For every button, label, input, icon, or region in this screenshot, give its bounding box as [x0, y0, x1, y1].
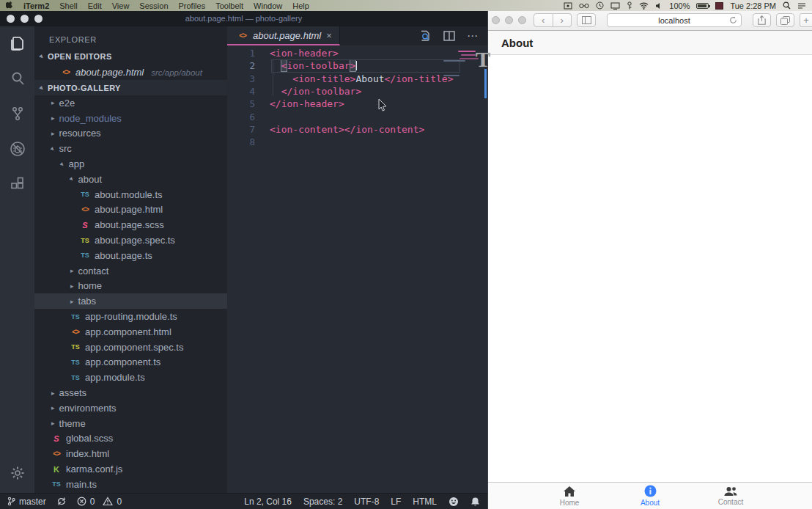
- tree-folder-theme[interactable]: ▸theme: [34, 416, 227, 431]
- tab-home[interactable]: Home: [529, 483, 610, 509]
- tree-file-app.component.html[interactable]: <>app.component.html: [34, 324, 227, 340]
- menu-item-edit[interactable]: Edit: [88, 1, 102, 10]
- tree-folder-assets[interactable]: ▸assets: [34, 385, 227, 400]
- vscode-window-title: about.page.html — photo-gallery: [0, 14, 487, 23]
- editor-tab-about-page-html[interactable]: <> about.page.html ×: [227, 26, 340, 45]
- address-bar[interactable]: localhost: [607, 13, 742, 27]
- new-tab-button[interactable]: +: [800, 13, 812, 27]
- tree-folder-node_modules[interactable]: ▸node_modules: [34, 111, 227, 126]
- tree-folder-about[interactable]: ▸about: [34, 172, 227, 187]
- tree-file-about.module.ts[interactable]: TSabout.module.ts: [34, 187, 227, 202]
- menu-item-help[interactable]: Help: [292, 1, 309, 10]
- extensions-icon[interactable]: [8, 175, 27, 194]
- tree-folder-src[interactable]: ▸src: [34, 141, 227, 156]
- vscode-title-bar[interactable]: about.page.html — photo-gallery: [0, 10, 487, 26]
- back-button[interactable]: ‹: [534, 13, 553, 27]
- tree-file-app-routing.module.ts[interactable]: TSapp-routing.module.ts: [34, 309, 227, 324]
- code-line-8[interactable]: 8: [227, 136, 487, 148]
- tree-file-app.component.ts[interactable]: TSapp.component.ts: [34, 355, 227, 370]
- tree-file-app.module.ts[interactable]: TSapp.module.ts: [34, 370, 227, 385]
- key-icon[interactable]: [627, 1, 632, 10]
- tree-file-about.page.html[interactable]: <>about.page.html: [34, 202, 227, 218]
- zoom-window-button[interactable]: [518, 16, 526, 24]
- search-icon[interactable]: [8, 69, 27, 88]
- menu-clock[interactable]: Tue 2:28 PM: [730, 1, 776, 10]
- files-icon[interactable]: [8, 34, 27, 53]
- tree-folder-home[interactable]: ▸home: [34, 279, 227, 294]
- code-line-6[interactable]: 6: [227, 111, 487, 123]
- branch-name: master: [19, 497, 46, 507]
- code-text: <ion-title>About</ion-title>: [270, 73, 453, 85]
- safari-traffic-lights[interactable]: [492, 16, 526, 24]
- menu-item-window[interactable]: Window: [254, 1, 282, 10]
- tab-about[interactable]: About: [610, 483, 690, 509]
- volume-icon[interactable]: [655, 2, 662, 10]
- wifi-icon[interactable]: [639, 2, 649, 10]
- tree-file-index.html[interactable]: <>index.html: [34, 446, 227, 461]
- tab-contact[interactable]: Contact: [690, 483, 771, 509]
- cursor-position[interactable]: Ln 2, Col 16: [244, 497, 292, 507]
- tree-folder-environments[interactable]: ▸environments: [34, 400, 227, 416]
- glasses-icon[interactable]: [579, 3, 589, 9]
- tree-folder-contact[interactable]: ▸contact: [34, 263, 227, 279]
- menu-item-toolbelt[interactable]: Toolbelt: [215, 1, 243, 10]
- tree-folder-e2e[interactable]: ▸e2e: [34, 95, 227, 111]
- close-window-button[interactable]: [492, 16, 500, 24]
- git-branch-indicator[interactable]: master: [7, 497, 46, 507]
- code-line-4[interactable]: 4 </ion-toolbar>: [227, 85, 487, 98]
- tree-folder-tabs[interactable]: ▸tabs: [34, 293, 227, 309]
- menu-item-app[interactable]: iTerm2: [23, 1, 49, 10]
- indentation-setting[interactable]: Spaces: 2: [303, 497, 342, 507]
- tree-file-global.scss[interactable]: Sglobal.scss: [34, 431, 227, 447]
- code-area[interactable]: 1<ion-header>2 <ion-toolbar>3 <ion-title…: [227, 45, 487, 493]
- open-editor-item[interactable]: <> about.page.html src/app/about: [34, 65, 227, 80]
- tab-label: Home: [560, 499, 580, 507]
- sync-indicator[interactable]: [56, 497, 67, 506]
- menu-item-profiles[interactable]: Profiles: [179, 1, 206, 10]
- debug-disabled-icon[interactable]: [8, 139, 27, 158]
- spotlight-icon[interactable]: [783, 1, 791, 10]
- forward-button[interactable]: ›: [553, 13, 572, 27]
- menu-item-session[interactable]: Session: [139, 1, 168, 10]
- open-changes-icon[interactable]: [419, 30, 432, 42]
- reload-icon[interactable]: [729, 16, 737, 24]
- minimize-window-button[interactable]: [505, 16, 513, 24]
- source-control-icon[interactable]: [8, 104, 27, 123]
- app-swatch-icon[interactable]: [715, 2, 723, 10]
- more-actions-icon[interactable]: ⋯: [467, 29, 479, 43]
- close-tab-icon[interactable]: ×: [326, 30, 332, 41]
- problems-indicator[interactable]: 0 0: [77, 497, 122, 507]
- tree-file-about.page.scss[interactable]: Sabout.page.scss: [34, 217, 227, 232]
- ts-file-icon: TS: [80, 191, 90, 198]
- tree-folder-resources[interactable]: ▸resources: [34, 126, 227, 142]
- tree-file-about.page.spec.ts[interactable]: TSabout.page.spec.ts: [34, 232, 227, 248]
- tree-file-app.component.spec.ts[interactable]: TSapp.component.spec.ts: [34, 340, 227, 355]
- menu-item-shell[interactable]: Shell: [59, 1, 77, 10]
- screen-record-icon[interactable]: [564, 2, 572, 10]
- menu-item-view[interactable]: View: [112, 1, 130, 10]
- sidebar-toggle-button[interactable]: [577, 13, 596, 27]
- language-mode[interactable]: HTML: [413, 497, 437, 507]
- code-line-7[interactable]: 7<ion-content></ion-content>: [227, 123, 487, 136]
- tree-folder-app[interactable]: ▸app: [34, 156, 227, 172]
- eol-setting[interactable]: LF: [391, 497, 401, 507]
- html-file-icon: <>: [80, 205, 90, 213]
- tree-file-main.ts[interactable]: TSmain.ts: [34, 477, 227, 492]
- apple-menu-icon[interactable]: [6, 1, 13, 10]
- battery-icon[interactable]: [696, 3, 709, 9]
- share-button[interactable]: [753, 13, 771, 27]
- notifications-bell-icon[interactable]: [470, 497, 480, 507]
- feedback-smiley-icon[interactable]: [449, 497, 459, 507]
- split-editor-icon[interactable]: [443, 31, 455, 41]
- display-icon[interactable]: [610, 2, 620, 10]
- project-root-header[interactable]: ▸ PHOTO-GALLERY: [34, 80, 227, 95]
- tree-file-about.page.ts[interactable]: TSabout.page.ts: [34, 248, 227, 263]
- tab-overview-button[interactable]: [776, 13, 794, 27]
- clock-menu-icon[interactable]: [596, 1, 604, 10]
- settings-gear-icon[interactable]: [8, 464, 27, 483]
- encoding-setting[interactable]: UTF-8: [354, 497, 379, 507]
- notification-center-icon[interactable]: [797, 2, 806, 10]
- code-line-5[interactable]: 5</ion-header>: [227, 98, 487, 110]
- open-editors-header[interactable]: ▸ OPEN EDITORS: [34, 48, 227, 65]
- tree-file-karma.conf.js[interactable]: Kkarma.conf.js: [34, 461, 227, 477]
